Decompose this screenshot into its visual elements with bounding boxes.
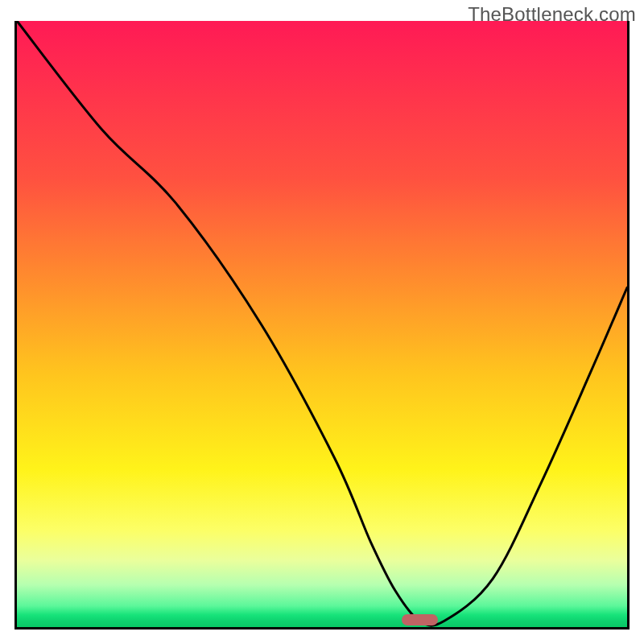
plot-area <box>14 21 630 630</box>
chart-stage: TheBottleneck.com <box>0 0 644 644</box>
minimum-marker-pill <box>402 614 438 625</box>
bottleneck-curve <box>17 21 627 627</box>
watermark-text: TheBottleneck.com <box>468 3 636 26</box>
